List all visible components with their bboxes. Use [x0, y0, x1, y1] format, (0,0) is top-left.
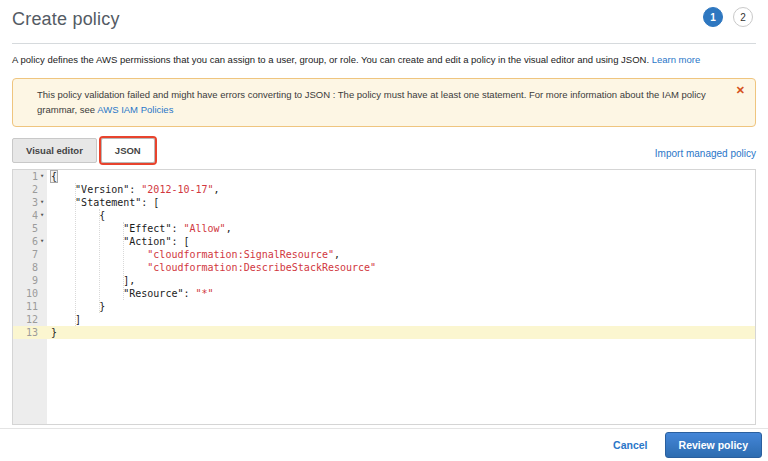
- code-text: ]: [47, 313, 81, 326]
- gutter-cell: 7▾: [13, 248, 47, 261]
- tab-json[interactable]: JSON: [101, 138, 155, 163]
- gutter-cell: 4▾: [13, 209, 47, 222]
- code-text: "cloudformation:SignalResource",: [47, 248, 340, 261]
- header-divider: [12, 43, 756, 44]
- policy-description-text: A policy defines the AWS permissions tha…: [12, 54, 756, 65]
- gutter-cell: 3▾: [13, 196, 47, 209]
- page-title: Create policy: [12, 9, 756, 30]
- fold-toggle-icon[interactable]: ▾: [38, 170, 46, 183]
- line-number: 2: [32, 183, 38, 196]
- code-text: {: [47, 170, 57, 183]
- fold-toggle-icon[interactable]: ▾: [38, 235, 46, 248]
- code-line: 9▾ ],: [13, 274, 755, 287]
- line-number: 10: [26, 287, 38, 300]
- validation-warning-banner: This policy validation failed and might …: [12, 78, 756, 127]
- gutter-cell: 11▾: [13, 300, 47, 313]
- cancel-button[interactable]: Cancel: [613, 439, 647, 451]
- code-text: "Version": "2012-10-17",: [47, 183, 220, 196]
- gutter-cell: 12▾: [13, 313, 47, 326]
- footer-bar: Cancel Review policy: [0, 428, 768, 461]
- intro-text: A policy defines the AWS permissions tha…: [12, 54, 652, 65]
- line-number: 7: [32, 248, 38, 261]
- gutter-cell: 2▾: [13, 183, 47, 196]
- step-1-circle: 1: [703, 7, 723, 27]
- review-policy-button[interactable]: Review policy: [665, 432, 762, 458]
- code-line: 1▾{: [13, 170, 755, 183]
- code-line: 6▾ "Action": [: [13, 235, 755, 248]
- editor-tab-bar: Visual editorJSON Import managed policy: [12, 138, 756, 163]
- code-line: 7▾ "cloudformation:SignalResource",: [13, 248, 755, 261]
- code-text: "Resource": "*": [47, 287, 214, 300]
- aws-iam-policies-link[interactable]: AWS IAM Policies: [97, 104, 173, 115]
- tabs: Visual editorJSON: [12, 138, 155, 163]
- gutter-cell: 13▾: [13, 326, 47, 339]
- code-text: ],: [47, 274, 135, 287]
- close-icon[interactable]: ✕: [736, 85, 745, 96]
- json-policy-editor[interactable]: 1▾{2▾ "Version": "2012-10-17",3▾ "Statem…: [12, 169, 756, 425]
- line-number: 13: [26, 326, 38, 339]
- gutter-cell: 1▾: [13, 170, 47, 183]
- gutter-cell: 8▾: [13, 261, 47, 274]
- code-text: }: [47, 326, 57, 339]
- line-number: 11: [26, 300, 38, 313]
- line-number: 12: [26, 313, 38, 326]
- line-number: 9: [32, 274, 38, 287]
- fold-toggle-icon[interactable]: ▾: [38, 196, 46, 209]
- code-text: "Action": [: [47, 235, 189, 248]
- code-line: 4▾ {: [13, 209, 755, 222]
- line-number: 8: [32, 261, 38, 274]
- gutter-cell: 10▾: [13, 287, 47, 300]
- code-line: 5▾ "Effect": "Allow",: [13, 222, 755, 235]
- code-text: {: [47, 209, 105, 222]
- fold-toggle-icon[interactable]: ▾: [38, 209, 46, 222]
- code-text: "cloudformation:DescribeStackResource": [47, 261, 376, 274]
- gutter-cell: 9▾: [13, 274, 47, 287]
- code-line: 3▾ "Statement": [: [13, 196, 755, 209]
- tab-visual-editor[interactable]: Visual editor: [12, 138, 97, 163]
- code-line: 11▾ }: [13, 300, 755, 313]
- gutter-cell: 5▾: [13, 222, 47, 235]
- code-line: 2▾ "Version": "2012-10-17",: [13, 183, 755, 196]
- code-line: 13▾}: [13, 326, 755, 339]
- code-text: "Effect": "Allow",: [47, 222, 232, 235]
- learn-more-link[interactable]: Learn more: [652, 54, 701, 65]
- import-managed-policy-link[interactable]: Import managed policy: [655, 148, 756, 163]
- gutter-cell: 6▾: [13, 235, 47, 248]
- code-lines: 1▾{2▾ "Version": "2012-10-17",3▾ "Statem…: [13, 170, 755, 339]
- wizard-step-indicator: 12: [703, 7, 753, 27]
- page-header: Create policy 12: [12, 0, 756, 30]
- code-text: "Statement": [: [47, 196, 159, 209]
- code-line: 12▾ ]: [13, 313, 755, 326]
- code-line: 10▾ "Resource": "*": [13, 287, 755, 300]
- code-line: 8▾ "cloudformation:DescribeStackResource…: [13, 261, 755, 274]
- step-2-circle: 2: [733, 7, 753, 27]
- line-number: 5: [32, 222, 38, 235]
- code-text: }: [47, 300, 105, 313]
